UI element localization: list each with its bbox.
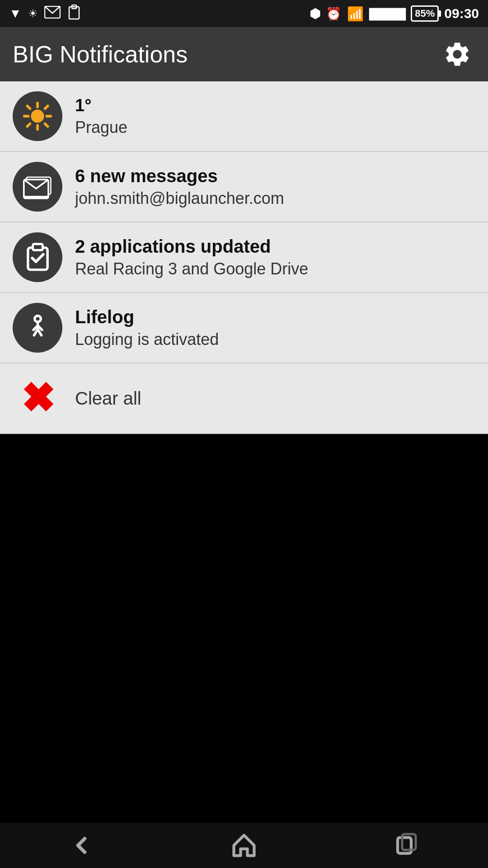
lifelog-text: Lifelog Logging is activated (75, 307, 219, 349)
lifelog-icon (23, 313, 52, 343)
notification-list: 1° Prague 6 new messages john.smith@bigl… (0, 81, 488, 434)
svg-point-3 (31, 109, 44, 123)
email-title: 6 new messages (75, 166, 284, 186)
email-icon-circle (13, 162, 62, 212)
notification-weather[interactable]: 1° Prague (0, 81, 488, 152)
clear-all-icon-box: ✖ (13, 373, 62, 423)
notification-updates[interactable]: 2 applications updated Real Racing 3 and… (0, 222, 488, 293)
dropdown-icon: ▼ (9, 6, 22, 21)
email-icon (23, 175, 52, 199)
weather-sun-icon (22, 100, 53, 132)
weather-text: 1° Prague (75, 96, 127, 137)
svg-line-9 (45, 124, 48, 127)
signal-icon: ▇▇▇▇ (369, 7, 405, 21)
lifelog-icon-circle (13, 303, 62, 353)
alarm-icon: ⏰ (326, 6, 342, 21)
clear-all-icon: ✖ (21, 378, 55, 419)
gmail-status-icon (44, 6, 61, 22)
lifelog-subtitle: Logging is activated (75, 330, 219, 349)
bluetooth-icon: ⬢ (310, 6, 320, 21)
settings-icon (443, 40, 472, 69)
weather-temperature: 1° (75, 96, 127, 115)
battery-indicator: 85% (411, 5, 439, 22)
settings-button[interactable] (439, 36, 475, 72)
svg-rect-16 (33, 244, 42, 250)
updates-subtitle: Real Racing 3 and Google Drive (75, 259, 308, 278)
svg-line-11 (27, 124, 30, 127)
back-button[interactable] (54, 827, 108, 863)
home-icon (230, 832, 258, 859)
notification-email[interactable]: 6 new messages john.smith@biglauncher.co… (0, 152, 488, 222)
email-text: 6 new messages john.smith@biglauncher.co… (75, 166, 284, 208)
recents-icon (393, 832, 420, 859)
home-button[interactable] (217, 827, 271, 863)
email-subtitle: john.smith@biglauncher.com (75, 189, 284, 208)
weather-city: Prague (75, 118, 127, 137)
clear-all-button[interactable]: ✖ Clear all (0, 363, 488, 434)
updates-text: 2 applications updated Real Racing 3 and… (75, 236, 308, 278)
back-icon (68, 832, 95, 859)
svg-line-10 (45, 106, 48, 108)
clear-all-label: Clear all (75, 388, 141, 409)
recents-button[interactable] (380, 827, 434, 863)
page-title: BIG Notifications (13, 41, 188, 68)
weather-icon-circle (13, 91, 62, 141)
status-bar-left: ▼ ☀ (9, 5, 81, 23)
notification-lifelog[interactable]: Lifelog Logging is activated (0, 293, 488, 363)
lifelog-title: Lifelog (75, 307, 219, 327)
updates-title: 2 applications updated (75, 236, 308, 257)
status-bar-right: ⬢ ⏰ 📶 ▇▇▇▇ 85% 09:30 (310, 5, 479, 22)
status-bar: ▼ ☀ ⬢ ⏰ 📶 ▇▇▇▇ 85% 09:30 (0, 0, 488, 27)
weather-status-icon: ☀ (28, 7, 38, 20)
svg-line-8 (27, 106, 30, 108)
app-bar: BIG Notifications (0, 27, 488, 81)
bottom-nav-bar (0, 823, 488, 868)
status-time: 09:30 (444, 6, 479, 21)
updates-icon (23, 243, 52, 272)
wifi-icon: 📶 (347, 6, 364, 22)
updates-icon-circle (13, 232, 62, 282)
clipboard-status-icon (67, 5, 81, 23)
